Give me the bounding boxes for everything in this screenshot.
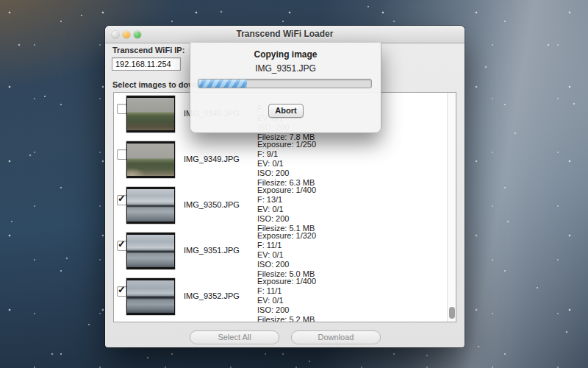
desktop: Transcend WiFi Loader Transcend WiFi IP:…	[0, 0, 588, 368]
image-metadata: Exposure: 1/400F: 11/1 EV: 0/1ISO: 200 F…	[257, 277, 316, 322]
sheet-filename: IMG_9351.JPG	[190, 63, 381, 74]
progress-bar-fill	[198, 79, 247, 88]
window-title: Transcend WiFi Loader	[105, 29, 465, 39]
photo-thumbnail	[126, 278, 175, 315]
bright-stars	[0, 0, 1, 1]
checkmark-icon: ✓	[118, 194, 126, 203]
download-button[interactable]: Download	[291, 330, 381, 344]
row-checkbox[interactable]: ✓	[117, 241, 127, 251]
titlebar: Transcend WiFi Loader	[105, 26, 465, 43]
image-filename: IMG_9350.JPG	[184, 200, 240, 209]
abort-button[interactable]: Abort	[268, 104, 304, 118]
row-checkbox[interactable]: ✓	[117, 195, 127, 205]
list-row[interactable]: ✓ IMG_9351.JPG Exposure: 1/320F: 11/1 EV…	[114, 230, 446, 276]
row-checkbox[interactable]: ✓	[117, 104, 127, 114]
select-all-button[interactable]: Select All	[190, 330, 279, 344]
list-row[interactable]: ✓ IMG_9352.JPG Exposure: 1/400F: 11/1 EV…	[114, 276, 446, 322]
scrollbar-track[interactable]	[447, 93, 456, 322]
photo-thumbnail	[126, 96, 175, 132]
image-filename: IMG_9352.JPG	[184, 291, 240, 300]
sheet-title: Copying image	[190, 49, 381, 60]
ip-label: Transcend WiFi IP:	[112, 46, 184, 54]
photo-thumbnail	[126, 187, 175, 224]
image-metadata: Exposure: 1/320F: 11/1 EV: 0/1ISO: 200 F…	[257, 231, 316, 279]
photo-thumbnail	[126, 141, 175, 178]
checkmark-icon: ✓	[118, 285, 126, 294]
image-metadata: Exposure: 1/250F: 9/1 EV: 0/1ISO: 200 Fi…	[257, 140, 316, 188]
image-filename: IMG_9351.JPG	[184, 246, 240, 255]
app-window: Transcend WiFi Loader Transcend WiFi IP:…	[105, 26, 465, 347]
progress-bar	[198, 79, 372, 88]
list-row[interactable]: ✓ IMG_9350.JPG Exposure: 1/400F: 13/1 EV…	[114, 185, 446, 230]
row-checkbox[interactable]: ✓	[117, 286, 127, 297]
photo-thumbnail	[126, 233, 175, 269]
ip-input[interactable]	[112, 57, 181, 71]
row-checkbox[interactable]: ✓	[117, 149, 127, 160]
copy-progress-sheet: Copying image IMG_9351.JPG Abort	[190, 43, 381, 133]
image-filename: IMG_9349.JPG	[184, 155, 240, 163]
checkmark-icon: ✓	[118, 239, 126, 249]
scrollbar-thumb[interactable]	[449, 307, 455, 319]
list-row[interactable]: ✓ IMG_9349.JPG Exposure: 1/250F: 9/1 EV:…	[114, 139, 446, 185]
image-metadata: Exposure: 1/400F: 13/1 EV: 0/1ISO: 200 F…	[257, 185, 316, 233]
